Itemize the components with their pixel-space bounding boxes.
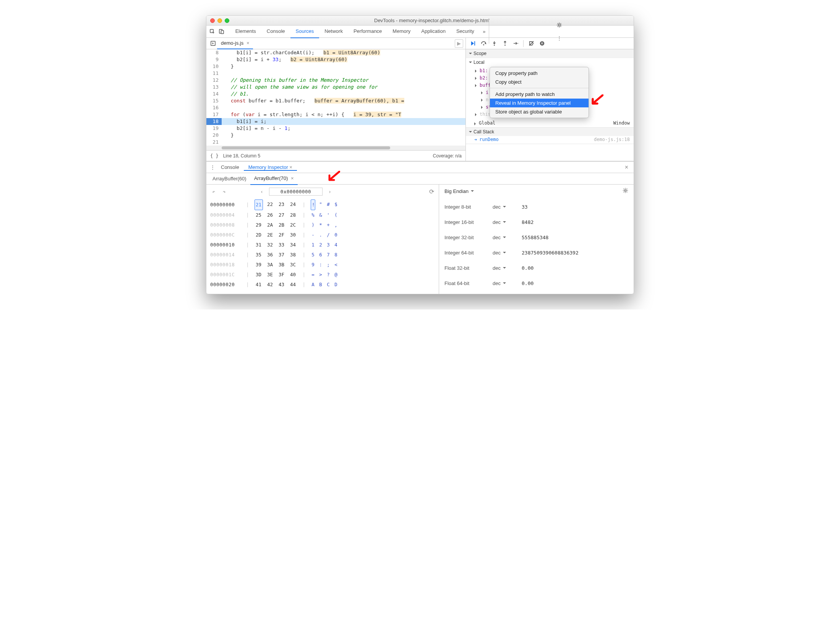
pretty-print-icon[interactable]: { } [210,153,219,159]
scope-local-header[interactable]: Local [466,58,634,66]
step-into-icon[interactable] [490,39,499,48]
run-snippet-icon[interactable]: ▶ [455,39,463,48]
device-toggle-icon[interactable] [217,26,226,37]
step-icon[interactable] [511,39,520,48]
panel-tab[interactable]: Security [451,25,480,38]
format-selector[interactable]: dec [493,204,516,210]
close-window-button[interactable] [210,18,215,23]
file-tab-label: demo-js.js [221,40,243,46]
scope-header[interactable]: Scope [466,49,634,58]
callstack-frame[interactable]: ➔ runDemo demo-js.js:18 [466,136,634,144]
refresh-icon[interactable]: ⟳ [428,188,435,195]
code-line[interactable]: 16 [206,104,465,111]
value-row: Float 64-bitdec 0.00 [444,275,628,291]
hex-nav: ↶ ↷ ‹ 0x00000000 › ⟳ [210,188,435,196]
address-input[interactable]: 0x00000000 [269,188,323,196]
source-code[interactable]: 8 b1[i] = str.charCodeAt(i); b1 = Uint8A… [206,49,465,146]
code-line[interactable]: 20 } [206,132,465,139]
next-page-icon[interactable]: › [326,189,333,194]
svg-rect-12 [542,42,543,45]
svg-rect-11 [541,42,542,45]
code-line[interactable]: 10 } [206,63,465,70]
scope-global-row[interactable]: Global Window [466,120,634,127]
drawer-tab[interactable]: Memory Inspector × [244,164,297,171]
hex-row[interactable]: 00000020|41424344|ABCD [210,280,435,290]
code-line[interactable]: 8 b1[i] = str.charCodeAt(i); b1 = Uint8A… [206,49,465,56]
svg-point-13 [624,190,626,191]
code-line[interactable]: 9 b2[i] = i + 33; b2 = Uint8Array(60) [206,56,465,63]
code-line[interactable]: 18 b1[i] = i; [206,118,465,125]
panel-tab[interactable]: Console [261,25,290,38]
hex-grid[interactable]: 00000000|21222324|!"#$00000004|25262728|… [210,199,435,290]
value-interpreter: Big Endian Integer 8-bitdec 33Integer 16… [439,185,634,294]
prev-page-icon[interactable]: ‹ [258,189,265,194]
code-line[interactable]: 15 const buffer = b1.buffer; buffer = Ar… [206,97,465,104]
devtools-window: DevTools - memory-inspector.glitch.me/de… [206,15,634,294]
hex-row[interactable]: 00000008|292A2B2C|)*+, [210,220,435,230]
code-line[interactable]: 17 for (var i = str.length; i < n; ++i) … [206,111,465,118]
context-menu-item[interactable]: Reveal in Memory Inspector panel [490,99,589,107]
code-line[interactable]: 13 // will open the same view as for ope… [206,84,465,91]
horizontal-scrollbar[interactable] [206,146,465,150]
code-statusbar: { } Line 18, Column 5 Coverage: n/a [206,150,465,161]
sources-panel: demo-js.js × ▶ 8 b1[i] = str.charCodeAt(… [206,38,634,161]
code-line[interactable]: 21 [206,139,465,146]
file-tab[interactable]: demo-js.js × [217,37,253,49]
context-menu-item[interactable]: Copy property path [490,69,589,78]
context-menu-item[interactable]: Add property path to watch [490,90,589,99]
panel-tab[interactable]: Network [319,25,348,38]
file-tabbar: demo-js.js × ▶ [206,38,465,49]
svg-rect-5 [474,41,475,45]
step-over-icon[interactable] [479,39,488,48]
panel-tab[interactable]: Elements [230,25,261,38]
main-toolbar: ElementsConsoleSourcesNetworkPerformance… [206,26,634,38]
callstack-header[interactable]: Call Stack [466,128,634,136]
hex-row[interactable]: 00000004|25262728|%&'( [210,210,435,220]
context-menu-item[interactable]: Store object as global variable [490,107,589,116]
format-selector[interactable]: dec [493,265,516,271]
cursor-position: Line 18, Column 5 [223,153,260,159]
panel-tab[interactable]: Performance [348,25,387,38]
format-selector[interactable]: dec [493,219,516,225]
endian-selector[interactable]: Big Endian [444,188,628,194]
format-selector[interactable]: dec [493,280,516,286]
settings-icon[interactable] [554,20,565,31]
undo-icon[interactable]: ↶ [210,189,217,194]
code-line[interactable]: 14 // b1. [206,91,465,97]
panel-tab[interactable]: Memory [387,25,416,38]
hex-row[interactable]: 00000000|21222324|!"#$ [210,199,435,210]
redo-icon[interactable]: ↷ [221,189,228,194]
hex-row[interactable]: 0000000C|2D2E2F30|-./0 [210,230,435,240]
inspect-element-icon[interactable] [208,26,217,37]
more-tabs-icon[interactable]: » [480,26,489,37]
hex-row[interactable]: 00000010|31323334|1234 [210,240,435,250]
resume-icon[interactable] [468,39,477,48]
value-row: Integer 8-bitdec 33 [444,199,628,214]
minimize-window-button[interactable] [217,18,222,23]
drawer-menu-icon[interactable]: ⋮ [209,164,216,170]
format-selector[interactable]: dec [493,235,516,240]
pause-on-exceptions-icon[interactable] [537,39,546,48]
zoom-window-button[interactable] [225,18,229,23]
hex-row[interactable]: 0000001C|3D3E3F40|=>?@ [210,270,435,280]
format-selector[interactable]: dec [493,250,516,256]
hex-row[interactable]: 00000014|35363738|5678 [210,250,435,260]
panel-tab[interactable]: Sources [290,25,319,38]
buffer-tab[interactable]: ArrayBuffer(70) × [250,173,298,185]
hex-row[interactable]: 00000018|393A3B3C|9:;< [210,260,435,270]
code-line[interactable]: 12 // Opening this buffer in the Memory … [206,77,465,84]
close-drawer-icon[interactable]: × [622,164,631,171]
code-line[interactable]: 19 b2[i] = n - i - 1; [206,125,465,132]
context-menu-item[interactable]: Copy object [490,78,589,86]
deactivate-breakpoints-icon[interactable] [527,39,536,48]
close-tab-icon[interactable]: × [246,40,250,46]
callstack-section: Call Stack ➔ runDemo demo-js.js:18 [466,128,634,144]
navigator-toggle-icon[interactable] [209,39,217,48]
drawer-tabbar: ⋮ ConsoleMemory Inspector × × [206,162,634,173]
code-line[interactable]: 11 [206,70,465,77]
panel-tab[interactable]: Application [416,25,451,38]
step-out-icon[interactable] [500,39,509,48]
drawer-tab[interactable]: Console [216,164,244,170]
buffer-tab[interactable]: ArrayBuffer(60) [209,173,250,185]
gear-icon[interactable] [623,188,628,194]
